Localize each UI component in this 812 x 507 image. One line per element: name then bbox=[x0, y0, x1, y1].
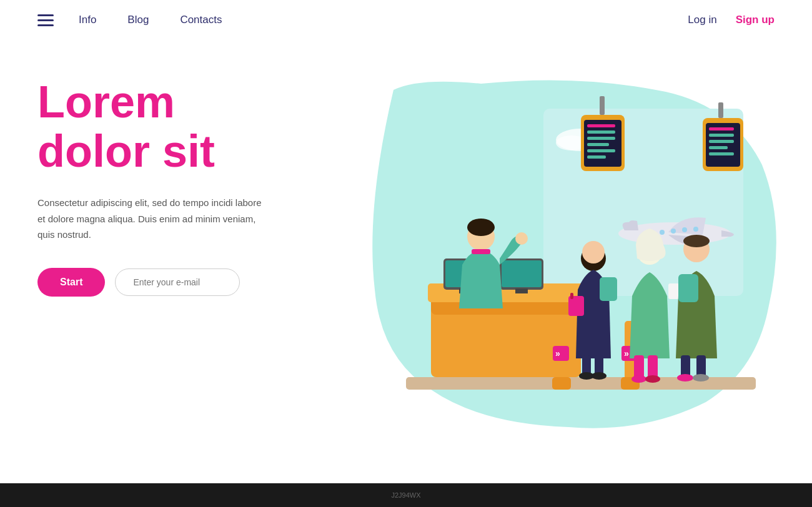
svg-text:»: » bbox=[555, 348, 560, 358]
left-side: Lorem dolor sit Consectetur adipiscing e… bbox=[37, 65, 337, 297]
nav-blog[interactable]: Blog bbox=[127, 14, 149, 26]
main-nav: Info Blog Contacts bbox=[79, 14, 688, 26]
svg-point-37 bbox=[467, 219, 495, 236]
email-input[interactable] bbox=[115, 268, 240, 296]
svg-rect-18 bbox=[718, 102, 723, 118]
svg-rect-14 bbox=[587, 137, 615, 140]
svg-rect-67 bbox=[678, 274, 698, 302]
svg-rect-21 bbox=[709, 127, 734, 130]
hamburger-menu[interactable] bbox=[37, 14, 54, 26]
hero-description: Consectetur adipiscing elit, sed do temp… bbox=[37, 195, 262, 243]
svg-point-58 bbox=[592, 372, 607, 380]
svg-rect-53 bbox=[570, 293, 573, 299]
svg-rect-35 bbox=[515, 288, 528, 293]
signup-link[interactable]: Sign up bbox=[736, 14, 775, 26]
svg-text:»: » bbox=[624, 348, 629, 358]
svg-rect-24 bbox=[709, 146, 728, 149]
svg-rect-13 bbox=[587, 130, 615, 134]
svg-rect-41 bbox=[552, 377, 571, 390]
svg-point-66 bbox=[683, 235, 710, 247]
svg-rect-34 bbox=[502, 260, 542, 287]
svg-rect-9 bbox=[600, 96, 605, 115]
bottom-bar-text: J2J94WX bbox=[391, 491, 420, 499]
svg-rect-16 bbox=[587, 149, 615, 152]
svg-point-71 bbox=[693, 374, 709, 381]
svg-rect-17 bbox=[587, 155, 606, 159]
svg-rect-25 bbox=[709, 152, 734, 155]
nav-info[interactable]: Info bbox=[79, 14, 96, 26]
svg-rect-64 bbox=[668, 283, 680, 299]
svg-rect-15 bbox=[587, 143, 609, 146]
svg-rect-52 bbox=[568, 296, 584, 316]
svg-rect-39 bbox=[472, 249, 490, 254]
auth-buttons: Log in Sign up bbox=[688, 14, 775, 26]
svg-point-38 bbox=[515, 232, 528, 245]
svg-rect-23 bbox=[709, 140, 734, 143]
svg-rect-12 bbox=[587, 124, 615, 127]
svg-point-63 bbox=[645, 375, 660, 383]
svg-point-3 bbox=[671, 229, 676, 234]
svg-point-70 bbox=[677, 374, 693, 381]
bottom-bar: J2J94WX bbox=[0, 483, 812, 507]
nav-contacts[interactable]: Contacts bbox=[180, 14, 222, 26]
svg-rect-54 bbox=[600, 277, 617, 301]
cta-row: Start bbox=[37, 268, 337, 297]
svg-point-51 bbox=[582, 241, 605, 263]
header: Info Blog Contacts Log in Sign up bbox=[0, 0, 812, 40]
main-content: Lorem dolor sit Consectetur adipiscing e… bbox=[0, 40, 812, 452]
svg-point-2 bbox=[660, 230, 665, 235]
svg-rect-22 bbox=[709, 134, 734, 137]
start-button[interactable]: Start bbox=[37, 268, 105, 297]
svg-point-5 bbox=[693, 227, 698, 232]
login-link[interactable]: Log in bbox=[688, 14, 716, 26]
airport-illustration: » » » » bbox=[356, 71, 781, 440]
illustration-area: » » » » bbox=[337, 65, 775, 452]
svg-point-62 bbox=[631, 375, 646, 383]
hero-title: Lorem dolor sit bbox=[37, 77, 337, 176]
svg-point-4 bbox=[682, 227, 687, 232]
